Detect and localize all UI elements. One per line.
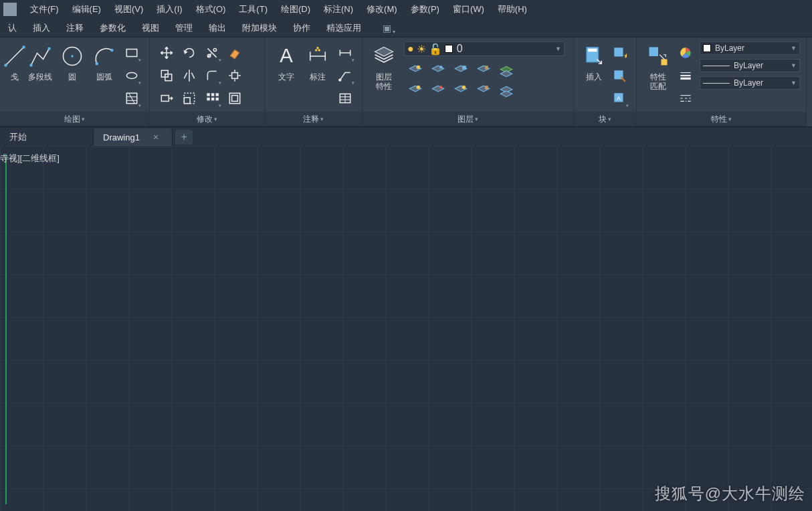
tool-polyline[interactable]: 多段线	[24, 41, 56, 82]
menu-view[interactable]: 视图(V)	[108, 0, 150, 19]
layer-name: 0	[457, 43, 463, 55]
menu-parametric[interactable]: 参数(P)	[404, 0, 446, 19]
layer-lock[interactable]	[474, 62, 494, 82]
ribbon-toggle-icon[interactable]: ▣	[383, 23, 391, 33]
ribbon-tab-view[interactable]: 视图	[134, 19, 167, 37]
menu-window[interactable]: 窗口(W)	[446, 0, 491, 19]
tool-array[interactable]	[202, 88, 222, 108]
layer-thaw[interactable]	[451, 82, 471, 102]
layer-off[interactable]	[405, 62, 425, 82]
drawing-canvas[interactable]: 寺视][二维线框] 搜狐号@大水牛测绘	[0, 146, 812, 511]
panel-annotate-label[interactable]: 注释	[265, 112, 362, 126]
svg-rect-59	[588, 49, 597, 52]
canvas-grid	[0, 146, 812, 511]
tool-rotate[interactable]	[179, 43, 199, 63]
layer-match[interactable]	[496, 82, 516, 102]
svg-point-41	[317, 47, 319, 49]
ribbon-tab-output[interactable]: 输出	[201, 19, 234, 37]
tool-line[interactable]: 戋	[5, 41, 24, 82]
ribbon-tab-collab[interactable]: 协作	[285, 19, 318, 37]
tool-dimension[interactable]: 标注	[302, 41, 334, 82]
tool-block-create[interactable]: ★	[609, 43, 629, 63]
tool-copy[interactable]	[157, 66, 177, 86]
dropdown-color[interactable]: ByLayer▼	[700, 41, 800, 55]
tool-color-wheel[interactable]	[676, 43, 696, 63]
tool-text[interactable]: A 文字	[270, 41, 302, 82]
menu-tools[interactable]: 工具(T)	[232, 0, 274, 19]
menu-dimension[interactable]: 标注(N)	[317, 0, 360, 19]
svg-point-45	[338, 78, 341, 81]
ribbon-tab-addins[interactable]: 附加模块	[234, 19, 285, 37]
tool-layer-properties[interactable]: 图层 特性	[368, 41, 400, 91]
tool-fillet[interactable]	[202, 66, 222, 86]
panel-block-label[interactable]: 块	[574, 112, 636, 126]
tool-mirror[interactable]	[179, 66, 199, 86]
layer-on[interactable]	[405, 82, 425, 102]
tool-rectangle[interactable]	[122, 43, 142, 63]
tool-hatch[interactable]	[122, 88, 142, 108]
tool-arc[interactable]: 圆弧	[88, 41, 120, 82]
sun-icon: ☀	[417, 43, 426, 56]
menu-file[interactable]: 文件(F)	[23, 0, 66, 19]
tool-scale[interactable]	[179, 88, 199, 108]
ribbon-tab-featured[interactable]: 精选应用	[318, 19, 369, 37]
tool-circle[interactable]: 圆	[56, 41, 88, 82]
layer-unlock[interactable]	[474, 82, 494, 102]
tool-explode[interactable]	[225, 66, 245, 86]
menu-modify[interactable]: 修改(M)	[360, 0, 404, 19]
tool-block-attribute[interactable]: A	[609, 88, 629, 108]
tool-lineweight-icon[interactable]	[676, 66, 696, 86]
ribbon-tab-parametric[interactable]: 参数化	[92, 19, 134, 37]
svg-rect-34	[232, 96, 238, 102]
app-icon	[3, 3, 17, 16]
panel-layers-label[interactable]: 图层	[363, 112, 573, 126]
menu-insert[interactable]: 插入(I)	[150, 0, 189, 19]
layer-make-current[interactable]	[496, 62, 516, 82]
svg-rect-26	[184, 93, 194, 103]
dropdown-lineweight[interactable]: ByLayer▼	[700, 59, 800, 72]
ribbon-tab-manage[interactable]: 管理	[167, 19, 201, 37]
layer-freeze[interactable]	[451, 62, 471, 82]
tab-start[interactable]: 开始	[0, 128, 94, 146]
svg-rect-25	[184, 98, 190, 104]
svg-rect-57	[485, 86, 488, 90]
tool-block-insert[interactable]: 插入	[579, 41, 608, 82]
tool-leader[interactable]	[335, 66, 355, 86]
tab-drawing1[interactable]: Drawing1 ×	[94, 128, 173, 146]
svg-point-54	[417, 86, 421, 89]
ribbon-tab-annotate[interactable]: 注释	[58, 19, 92, 37]
ribbon: 戋 多段线 圆 圆弧 绘图	[0, 37, 812, 127]
layer-dropdown[interactable]: ● ☀ 🔓 0 ▼	[404, 41, 565, 56]
tool-offset[interactable]	[225, 88, 245, 108]
layer-unisolate[interactable]	[428, 82, 448, 102]
tool-erase[interactable]	[225, 43, 245, 63]
svg-rect-27	[207, 93, 209, 96]
svg-point-8	[110, 49, 114, 52]
new-tab-button[interactable]: +	[175, 130, 193, 144]
panel-properties-label[interactable]: 特性	[637, 112, 806, 126]
view-mode-label[interactable]: 寺视][二维线框]	[0, 152, 60, 165]
panel-draw-label[interactable]: 绘图	[0, 112, 149, 126]
panel-modify-label[interactable]: 修改	[150, 112, 264, 126]
tool-table[interactable]	[335, 88, 355, 108]
tool-match-properties[interactable]: 特性 匹配	[642, 41, 674, 91]
tool-move[interactable]	[157, 43, 177, 63]
tool-ellipse[interactable]	[122, 66, 142, 86]
svg-point-4	[47, 47, 51, 51]
tab-close-icon[interactable]: ×	[153, 132, 159, 142]
menu-edit[interactable]: 编辑(E)	[66, 0, 108, 19]
menu-draw[interactable]: 绘图(D)	[274, 0, 317, 19]
menu-format[interactable]: 格式(O)	[189, 0, 233, 19]
ribbon-tab-insert[interactable]: 插入	[25, 19, 58, 37]
tool-block-edit[interactable]	[609, 66, 629, 86]
svg-point-40	[318, 49, 320, 51]
ribbon-tab-default[interactable]: 认	[0, 19, 25, 37]
bulb-icon: ●	[407, 43, 414, 55]
dropdown-linetype[interactable]: ByLayer▼	[700, 76, 800, 90]
layer-isolate[interactable]	[428, 62, 448, 82]
tool-linear-dim[interactable]	[335, 43, 355, 63]
tool-trim[interactable]	[202, 43, 222, 63]
menu-help[interactable]: 帮助(H)	[491, 0, 534, 19]
tool-stretch[interactable]	[157, 88, 177, 108]
tool-linetype-icon[interactable]	[676, 88, 696, 108]
